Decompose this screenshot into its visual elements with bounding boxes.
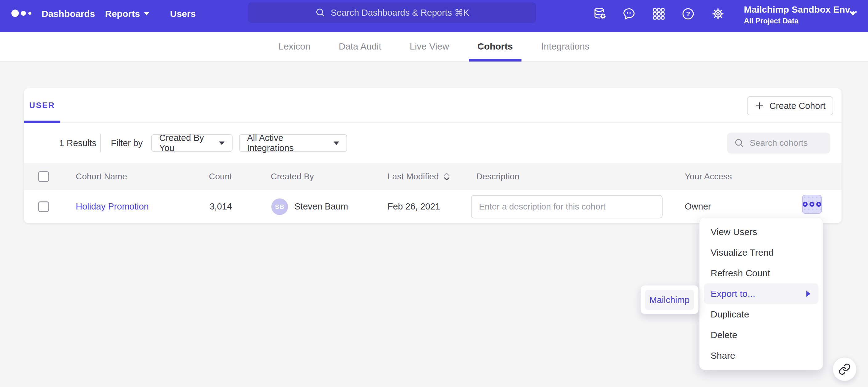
dropdown-value: All Active Integrations <box>247 133 328 153</box>
column-header-created-by[interactable]: Created By <box>271 163 314 190</box>
tab-lexicon[interactable]: Lexicon <box>270 32 319 61</box>
column-header-cohort-name[interactable]: Cohort Name <box>76 163 127 190</box>
project-scope: All Project Data <box>744 16 842 25</box>
results-count: 1 Results <box>59 123 96 163</box>
created-by-filter-dropdown[interactable]: Created By You <box>151 134 232 152</box>
cohorts-panel: USER Create Cohort 1 Results Filter by C… <box>24 88 841 223</box>
export-to-submenu: Mailchimp <box>640 285 699 314</box>
menu-item-label: Visualize Trend <box>711 247 774 258</box>
menu-item-share[interactable]: Share <box>700 345 823 366</box>
integrations-filter-dropdown[interactable]: All Active Integrations <box>239 134 347 152</box>
create-cohort-label: Create Cohort <box>769 101 826 111</box>
tab-label: Live View <box>410 41 449 52</box>
table-header-row: Cohort Name Count Created By Last Modifi… <box>24 163 841 190</box>
column-label: Last Modified <box>388 172 439 181</box>
row-more-actions-button[interactable] <box>802 195 822 214</box>
plus-icon <box>755 101 765 111</box>
tab-data-audit[interactable]: Data Audit <box>330 32 390 61</box>
filter-by-label: Filter by <box>111 123 143 163</box>
chevron-down-icon <box>219 142 224 145</box>
top-navigation-bar: Dashboards Reports Users Search Dashboar… <box>0 0 868 32</box>
project-switcher[interactable]: Mailchimp Sandbox Env... All Project Dat… <box>744 4 842 25</box>
more-dots-icon <box>803 202 808 207</box>
project-name: Mailchimp Sandbox Env... <box>744 4 842 15</box>
menu-item-visualize-trend[interactable]: Visualize Trend <box>700 242 823 263</box>
copy-link-fab-button[interactable] <box>833 357 857 381</box>
global-search-input[interactable]: Search Dashboards & Reports ⌘K <box>248 2 536 23</box>
link-icon <box>838 363 851 375</box>
last-modified-cell: Feb 26, 2021 <box>388 190 440 223</box>
creator-avatar: SB <box>271 199 288 215</box>
cohort-name-cell: Holiday Promotion <box>76 190 149 223</box>
data-management-subnav: Lexicon Data Audit Live View Cohorts Int… <box>0 32 868 62</box>
submenu-item-label: Mailchimp <box>649 295 690 305</box>
column-label: Created By <box>271 172 314 181</box>
menu-item-label: Export to... <box>711 288 755 299</box>
tab-label: USER <box>29 101 55 110</box>
row-checkbox[interactable] <box>38 201 49 212</box>
column-header-your-access: Your Access <box>685 163 732 190</box>
column-label: Your Access <box>685 172 732 181</box>
cohort-type-tabs: USER Create Cohort <box>24 88 841 123</box>
divider <box>100 134 101 152</box>
data-management-icon[interactable] <box>592 6 608 22</box>
dropdown-value: Created By You <box>159 133 213 153</box>
more-dots-icon <box>809 202 814 207</box>
menu-item-export-to[interactable]: Export to... <box>704 283 818 304</box>
column-label: Description <box>476 172 519 181</box>
column-header-description: Description <box>476 163 519 190</box>
nav-item-label: Dashboards <box>41 9 95 19</box>
tab-integrations[interactable]: Integrations <box>533 32 598 61</box>
column-header-last-modified[interactable]: Last Modified <box>388 163 451 190</box>
column-label: Cohort Name <box>76 172 127 181</box>
menu-item-refresh-count[interactable]: Refresh Count <box>700 263 823 283</box>
more-dots-icon <box>816 202 821 207</box>
row-actions-context-menu: View Users Visualize Trend Refresh Count… <box>699 217 823 370</box>
svg-text:?: ? <box>686 10 690 17</box>
create-cohort-button[interactable]: Create Cohort <box>747 96 833 115</box>
column-header-count[interactable]: Count <box>172 163 232 190</box>
mixpanel-logo-icon[interactable] <box>11 9 36 18</box>
cohort-description-input[interactable] <box>471 195 662 218</box>
chevron-down-icon <box>144 12 149 15</box>
tab-live-view[interactable]: Live View <box>401 32 458 61</box>
tab-label: Integrations <box>541 41 590 52</box>
menu-item-label: View Users <box>711 227 757 237</box>
cohort-search-box <box>727 133 830 153</box>
column-label: Count <box>209 172 232 181</box>
nav-item-label: Users <box>170 9 195 19</box>
cohort-count-cell: 3,014 <box>172 190 232 223</box>
nav-item-users[interactable]: Users <box>170 0 195 28</box>
menu-item-view-users[interactable]: View Users <box>700 221 823 242</box>
global-search-placeholder: Search Dashboards & Reports ⌘K <box>331 7 469 18</box>
sort-icon[interactable] <box>443 172 451 181</box>
tab-user-cohorts[interactable]: USER <box>24 88 60 122</box>
menu-item-label: Delete <box>711 330 737 340</box>
filter-toolbar: 1 Results Filter by Created By You All A… <box>24 123 841 163</box>
project-chevron-down-icon[interactable] <box>850 12 856 16</box>
submenu-item-mailchimp[interactable]: Mailchimp <box>645 290 694 310</box>
tab-cohorts[interactable]: Cohorts <box>469 32 522 61</box>
nav-item-label: Reports <box>105 9 140 19</box>
menu-item-delete[interactable]: Delete <box>700 324 823 345</box>
menu-item-label: Duplicate <box>711 309 749 320</box>
tab-label: Lexicon <box>278 41 310 52</box>
menu-item-label: Refresh Count <box>711 268 770 278</box>
cohorts-page: Dashboards Reports Users Search Dashboar… <box>0 0 868 387</box>
menu-item-duplicate[interactable]: Duplicate <box>700 304 823 324</box>
subnav-tabs: Lexicon Data Audit Live View Cohorts Int… <box>270 32 598 61</box>
tab-label: Cohorts <box>477 41 513 52</box>
feedback-icon[interactable] <box>621 6 637 22</box>
select-all-checkbox[interactable] <box>38 171 49 182</box>
help-icon[interactable]: ? <box>680 6 696 22</box>
nav-item-reports[interactable]: Reports <box>105 0 149 28</box>
apps-grid-icon[interactable] <box>651 6 666 22</box>
tab-label: Data Audit <box>339 41 381 52</box>
chevron-down-icon <box>334 142 339 145</box>
submenu-arrow-icon <box>806 291 810 297</box>
search-icon <box>734 138 745 149</box>
settings-gear-icon[interactable] <box>710 6 726 22</box>
nav-item-dashboards[interactable]: Dashboards <box>41 0 95 28</box>
cohort-search-input[interactable] <box>750 138 824 148</box>
cohort-name-link[interactable]: Holiday Promotion <box>76 202 149 212</box>
